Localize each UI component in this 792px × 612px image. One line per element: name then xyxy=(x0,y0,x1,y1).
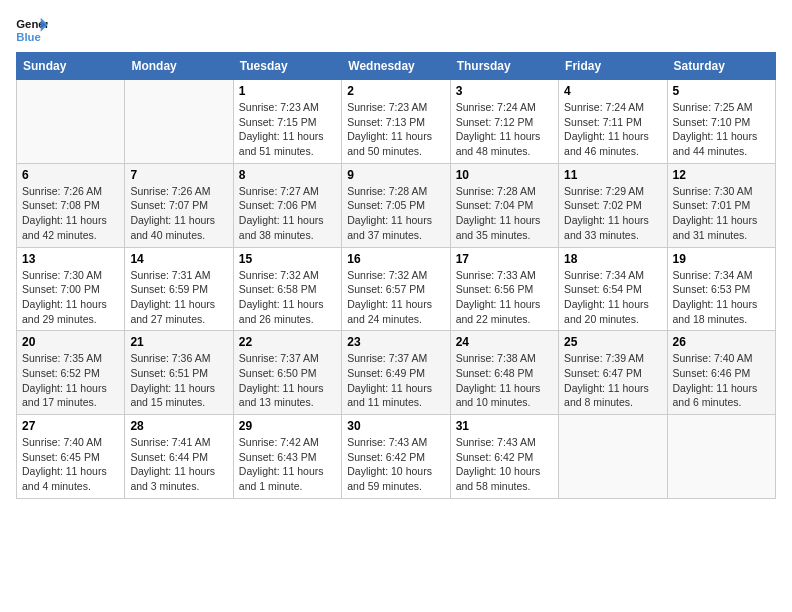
day-number: 31 xyxy=(456,419,553,433)
day-info: Sunrise: 7:37 AM Sunset: 6:49 PM Dayligh… xyxy=(347,351,444,410)
calendar-cell: 4Sunrise: 7:24 AM Sunset: 7:11 PM Daylig… xyxy=(559,80,667,164)
day-number: 19 xyxy=(673,252,770,266)
calendar-cell: 9Sunrise: 7:28 AM Sunset: 7:05 PM Daylig… xyxy=(342,163,450,247)
calendar-cell: 8Sunrise: 7:27 AM Sunset: 7:06 PM Daylig… xyxy=(233,163,341,247)
calendar-cell xyxy=(17,80,125,164)
day-info: Sunrise: 7:41 AM Sunset: 6:44 PM Dayligh… xyxy=(130,435,227,494)
calendar-week-row: 6Sunrise: 7:26 AM Sunset: 7:08 PM Daylig… xyxy=(17,163,776,247)
calendar-cell xyxy=(125,80,233,164)
day-number: 27 xyxy=(22,419,119,433)
calendar-cell: 14Sunrise: 7:31 AM Sunset: 6:59 PM Dayli… xyxy=(125,247,233,331)
day-number: 25 xyxy=(564,335,661,349)
day-info: Sunrise: 7:34 AM Sunset: 6:53 PM Dayligh… xyxy=(673,268,770,327)
calendar-cell: 21Sunrise: 7:36 AM Sunset: 6:51 PM Dayli… xyxy=(125,331,233,415)
day-number: 14 xyxy=(130,252,227,266)
day-info: Sunrise: 7:24 AM Sunset: 7:12 PM Dayligh… xyxy=(456,100,553,159)
day-number: 1 xyxy=(239,84,336,98)
day-number: 21 xyxy=(130,335,227,349)
day-number: 8 xyxy=(239,168,336,182)
calendar-cell: 7Sunrise: 7:26 AM Sunset: 7:07 PM Daylig… xyxy=(125,163,233,247)
day-info: Sunrise: 7:40 AM Sunset: 6:46 PM Dayligh… xyxy=(673,351,770,410)
calendar-cell: 19Sunrise: 7:34 AM Sunset: 6:53 PM Dayli… xyxy=(667,247,775,331)
day-info: Sunrise: 7:26 AM Sunset: 7:08 PM Dayligh… xyxy=(22,184,119,243)
day-info: Sunrise: 7:42 AM Sunset: 6:43 PM Dayligh… xyxy=(239,435,336,494)
logo: General Blue xyxy=(16,16,48,44)
calendar-week-row: 20Sunrise: 7:35 AM Sunset: 6:52 PM Dayli… xyxy=(17,331,776,415)
day-number: 5 xyxy=(673,84,770,98)
calendar-cell: 16Sunrise: 7:32 AM Sunset: 6:57 PM Dayli… xyxy=(342,247,450,331)
weekday-header-cell: Wednesday xyxy=(342,53,450,80)
svg-text:Blue: Blue xyxy=(16,31,41,43)
day-info: Sunrise: 7:28 AM Sunset: 7:05 PM Dayligh… xyxy=(347,184,444,243)
calendar-cell: 27Sunrise: 7:40 AM Sunset: 6:45 PM Dayli… xyxy=(17,415,125,499)
day-number: 29 xyxy=(239,419,336,433)
day-info: Sunrise: 7:35 AM Sunset: 6:52 PM Dayligh… xyxy=(22,351,119,410)
calendar-cell: 20Sunrise: 7:35 AM Sunset: 6:52 PM Dayli… xyxy=(17,331,125,415)
weekday-header-cell: Sunday xyxy=(17,53,125,80)
day-info: Sunrise: 7:26 AM Sunset: 7:07 PM Dayligh… xyxy=(130,184,227,243)
weekday-header-cell: Friday xyxy=(559,53,667,80)
calendar-cell: 24Sunrise: 7:38 AM Sunset: 6:48 PM Dayli… xyxy=(450,331,558,415)
day-number: 11 xyxy=(564,168,661,182)
calendar-cell: 22Sunrise: 7:37 AM Sunset: 6:50 PM Dayli… xyxy=(233,331,341,415)
day-number: 9 xyxy=(347,168,444,182)
day-info: Sunrise: 7:23 AM Sunset: 7:13 PM Dayligh… xyxy=(347,100,444,159)
day-number: 22 xyxy=(239,335,336,349)
day-info: Sunrise: 7:31 AM Sunset: 6:59 PM Dayligh… xyxy=(130,268,227,327)
day-number: 24 xyxy=(456,335,553,349)
calendar-cell xyxy=(667,415,775,499)
calendar-cell: 2Sunrise: 7:23 AM Sunset: 7:13 PM Daylig… xyxy=(342,80,450,164)
calendar-cell: 5Sunrise: 7:25 AM Sunset: 7:10 PM Daylig… xyxy=(667,80,775,164)
calendar-week-row: 27Sunrise: 7:40 AM Sunset: 6:45 PM Dayli… xyxy=(17,415,776,499)
calendar-cell: 12Sunrise: 7:30 AM Sunset: 7:01 PM Dayli… xyxy=(667,163,775,247)
calendar-cell: 6Sunrise: 7:26 AM Sunset: 7:08 PM Daylig… xyxy=(17,163,125,247)
weekday-header-cell: Thursday xyxy=(450,53,558,80)
day-info: Sunrise: 7:34 AM Sunset: 6:54 PM Dayligh… xyxy=(564,268,661,327)
day-number: 2 xyxy=(347,84,444,98)
day-number: 12 xyxy=(673,168,770,182)
day-info: Sunrise: 7:30 AM Sunset: 7:00 PM Dayligh… xyxy=(22,268,119,327)
day-info: Sunrise: 7:32 AM Sunset: 6:57 PM Dayligh… xyxy=(347,268,444,327)
calendar-cell: 11Sunrise: 7:29 AM Sunset: 7:02 PM Dayli… xyxy=(559,163,667,247)
header: General Blue xyxy=(16,16,776,44)
day-info: Sunrise: 7:33 AM Sunset: 6:56 PM Dayligh… xyxy=(456,268,553,327)
calendar-cell: 28Sunrise: 7:41 AM Sunset: 6:44 PM Dayli… xyxy=(125,415,233,499)
calendar-cell: 31Sunrise: 7:43 AM Sunset: 6:42 PM Dayli… xyxy=(450,415,558,499)
day-number: 20 xyxy=(22,335,119,349)
day-info: Sunrise: 7:36 AM Sunset: 6:51 PM Dayligh… xyxy=(130,351,227,410)
day-info: Sunrise: 7:24 AM Sunset: 7:11 PM Dayligh… xyxy=(564,100,661,159)
day-number: 17 xyxy=(456,252,553,266)
day-number: 26 xyxy=(673,335,770,349)
day-info: Sunrise: 7:27 AM Sunset: 7:06 PM Dayligh… xyxy=(239,184,336,243)
calendar-body: 1Sunrise: 7:23 AM Sunset: 7:15 PM Daylig… xyxy=(17,80,776,499)
day-info: Sunrise: 7:32 AM Sunset: 6:58 PM Dayligh… xyxy=(239,268,336,327)
day-number: 3 xyxy=(456,84,553,98)
day-info: Sunrise: 7:28 AM Sunset: 7:04 PM Dayligh… xyxy=(456,184,553,243)
day-info: Sunrise: 7:43 AM Sunset: 6:42 PM Dayligh… xyxy=(347,435,444,494)
day-info: Sunrise: 7:43 AM Sunset: 6:42 PM Dayligh… xyxy=(456,435,553,494)
calendar-cell: 17Sunrise: 7:33 AM Sunset: 6:56 PM Dayli… xyxy=(450,247,558,331)
calendar-cell xyxy=(559,415,667,499)
weekday-header-cell: Saturday xyxy=(667,53,775,80)
day-info: Sunrise: 7:30 AM Sunset: 7:01 PM Dayligh… xyxy=(673,184,770,243)
day-number: 15 xyxy=(239,252,336,266)
day-info: Sunrise: 7:29 AM Sunset: 7:02 PM Dayligh… xyxy=(564,184,661,243)
weekday-header-cell: Tuesday xyxy=(233,53,341,80)
day-number: 28 xyxy=(130,419,227,433)
day-number: 4 xyxy=(564,84,661,98)
day-info: Sunrise: 7:23 AM Sunset: 7:15 PM Dayligh… xyxy=(239,100,336,159)
day-number: 23 xyxy=(347,335,444,349)
calendar-week-row: 1Sunrise: 7:23 AM Sunset: 7:15 PM Daylig… xyxy=(17,80,776,164)
calendar-cell: 3Sunrise: 7:24 AM Sunset: 7:12 PM Daylig… xyxy=(450,80,558,164)
day-info: Sunrise: 7:39 AM Sunset: 6:47 PM Dayligh… xyxy=(564,351,661,410)
calendar-cell: 23Sunrise: 7:37 AM Sunset: 6:49 PM Dayli… xyxy=(342,331,450,415)
calendar-cell: 13Sunrise: 7:30 AM Sunset: 7:00 PM Dayli… xyxy=(17,247,125,331)
calendar-cell: 25Sunrise: 7:39 AM Sunset: 6:47 PM Dayli… xyxy=(559,331,667,415)
calendar-cell: 29Sunrise: 7:42 AM Sunset: 6:43 PM Dayli… xyxy=(233,415,341,499)
calendar-table: SundayMondayTuesdayWednesdayThursdayFrid… xyxy=(16,52,776,499)
day-number: 10 xyxy=(456,168,553,182)
day-number: 18 xyxy=(564,252,661,266)
calendar-cell: 30Sunrise: 7:43 AM Sunset: 6:42 PM Dayli… xyxy=(342,415,450,499)
calendar-cell: 15Sunrise: 7:32 AM Sunset: 6:58 PM Dayli… xyxy=(233,247,341,331)
day-info: Sunrise: 7:38 AM Sunset: 6:48 PM Dayligh… xyxy=(456,351,553,410)
